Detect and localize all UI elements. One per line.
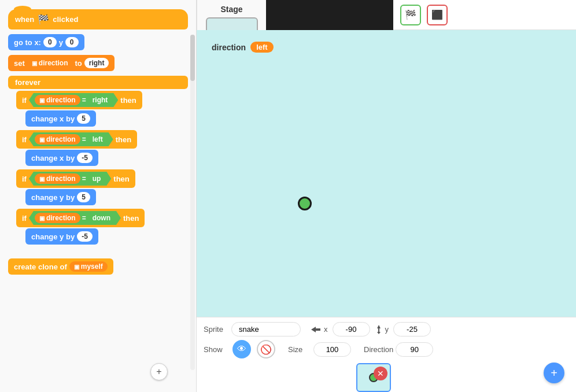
if1-label: if: [22, 96, 27, 105]
val3[interactable]: 5: [77, 192, 90, 202]
direction-display: direction left: [205, 38, 280, 56]
change-y-4[interactable]: change y by -5: [25, 228, 98, 245]
right-value[interactable]: right: [84, 58, 109, 68]
crossed-eye-icon: 🚫: [260, 344, 272, 355]
scrollbar-thumb[interactable]: [190, 35, 195, 81]
then2-label: then: [116, 135, 131, 144]
stop-btn[interactable]: ⬛: [427, 5, 448, 25]
show-eye-btn[interactable]: 👁: [232, 340, 251, 358]
show-label: Show: [204, 345, 227, 354]
when-clicked-block[interactable]: when 🏁 clicked: [8, 6, 188, 29]
y-value[interactable]: 0: [65, 37, 79, 47]
stop-btn-icon: ⬛: [431, 9, 443, 20]
zoom-controls: +: [150, 363, 168, 380]
x-input[interactable]: [333, 322, 370, 336]
right1: right: [88, 95, 113, 105]
val4[interactable]: -5: [77, 231, 93, 242]
y-label: y: [59, 38, 63, 47]
arrow-icon: [310, 326, 322, 334]
dir3-var: direction: [35, 173, 80, 184]
forever-label: forever: [15, 78, 40, 87]
size-label: Size: [288, 345, 311, 354]
to-label: to: [75, 59, 82, 68]
val2[interactable]: -5: [77, 153, 93, 163]
clicked-label: clicked: [53, 15, 78, 24]
change-x1-label: change x by: [31, 114, 75, 123]
if-block-4[interactable]: if direction = down then: [16, 209, 145, 227]
size-input[interactable]: [313, 342, 351, 357]
direction-var[interactable]: direction: [27, 58, 73, 68]
if-block-1[interactable]: if direction = right then: [16, 91, 142, 109]
updown-arrow-icon: [375, 324, 383, 335]
eq1: =: [82, 96, 86, 104]
sprite-thumbnails-row: ✕ +: [204, 363, 569, 392]
change-x2-label: change x by: [31, 154, 75, 162]
direction-display-label: direction: [212, 43, 246, 52]
then4-label: then: [123, 214, 139, 223]
show-row: Show 👁 🚫 Size Direction: [204, 340, 569, 358]
condition-2: direction = left: [29, 132, 113, 146]
val1[interactable]: 5: [77, 113, 90, 124]
eq3: =: [82, 175, 86, 183]
flag-btn[interactable]: 🏁: [400, 5, 421, 25]
clone-label: create clone of: [14, 262, 67, 271]
zoom-in-icon: +: [156, 367, 161, 377]
set-label: set: [14, 59, 25, 68]
sprite-label: Sprite: [204, 325, 227, 334]
goto-label: go to x:: [14, 38, 41, 47]
direction-label: Direction: [364, 345, 393, 354]
up3: up: [88, 173, 106, 184]
then1-label: then: [120, 96, 136, 105]
condition-1: direction = right: [29, 93, 118, 107]
x-value[interactable]: 0: [43, 37, 57, 47]
if-block-2[interactable]: if direction = left then: [16, 130, 137, 149]
goto-block[interactable]: go to x: 0 y 0: [8, 34, 84, 50]
code-panel: when 🏁 clicked go to x: 0 y 0 set direct…: [0, 0, 197, 392]
add-sprite-btn[interactable]: +: [544, 363, 564, 383]
if4-label: if: [22, 214, 27, 223]
eq4: =: [82, 214, 86, 222]
then3-label: then: [113, 175, 129, 183]
right-panel: 🏁 ⬛ ▣ ⊟ ⤢ direction left Sprite: [197, 0, 576, 392]
when-label: when: [15, 15, 34, 24]
scratch-blocks: when 🏁 clicked go to x: 0 y 0 set direct…: [0, 0, 196, 392]
delete-sprite-btn[interactable]: ✕: [374, 367, 387, 380]
if-block-3[interactable]: if direction = up then: [16, 169, 135, 188]
direction-group: Direction: [364, 342, 433, 357]
down4: down: [88, 213, 115, 223]
sprite-name-row: Sprite x y: [204, 322, 569, 336]
dir2-var: direction: [35, 134, 80, 145]
left2: left: [88, 134, 108, 145]
hide-eye-btn[interactable]: 🚫: [257, 340, 275, 358]
myself-val[interactable]: myself: [69, 261, 108, 272]
scrollbar[interactable]: [190, 35, 195, 370]
eq2: =: [82, 135, 86, 143]
direction-display-value: left: [250, 42, 274, 53]
sprite-dot[interactable]: [298, 197, 312, 210]
change-y4-label: change y by: [31, 232, 75, 241]
top-toolbar: 🏁 ⬛ ▣ ⊟ ⤢: [393, 0, 576, 30]
x-label: x: [324, 325, 328, 334]
zoom-in-btn[interactable]: +: [150, 363, 168, 380]
sprite-thumb-1[interactable]: ✕: [356, 363, 391, 392]
sprite-name-input[interactable]: [231, 322, 301, 336]
flag-icon: 🏁: [38, 14, 49, 25]
set-block[interactable]: set direction to right: [8, 55, 115, 71]
change-x-1[interactable]: change x by 5: [25, 110, 96, 127]
flag-btn-icon: 🏁: [405, 9, 416, 20]
if2-label: if: [22, 135, 27, 144]
stage-area: direction left: [197, 30, 576, 317]
y-input[interactable]: [393, 322, 431, 336]
condition-4: direction = down: [29, 211, 121, 225]
change-y-3[interactable]: change y by 5: [25, 189, 96, 205]
condition-3: direction = up: [29, 172, 111, 186]
forever-block[interactable]: forever if direction = right then change…: [8, 76, 188, 248]
dir4-var: direction: [35, 213, 80, 223]
direction-input[interactable]: [396, 342, 433, 357]
if3-label: if: [22, 175, 27, 183]
change-x-2[interactable]: change x by -5: [25, 150, 98, 166]
y-label: y: [385, 325, 389, 334]
size-group: Size: [288, 342, 351, 357]
clone-block[interactable]: create clone of myself: [8, 258, 113, 275]
sprite-info-bar: Sprite x y Show 👁: [197, 317, 576, 392]
